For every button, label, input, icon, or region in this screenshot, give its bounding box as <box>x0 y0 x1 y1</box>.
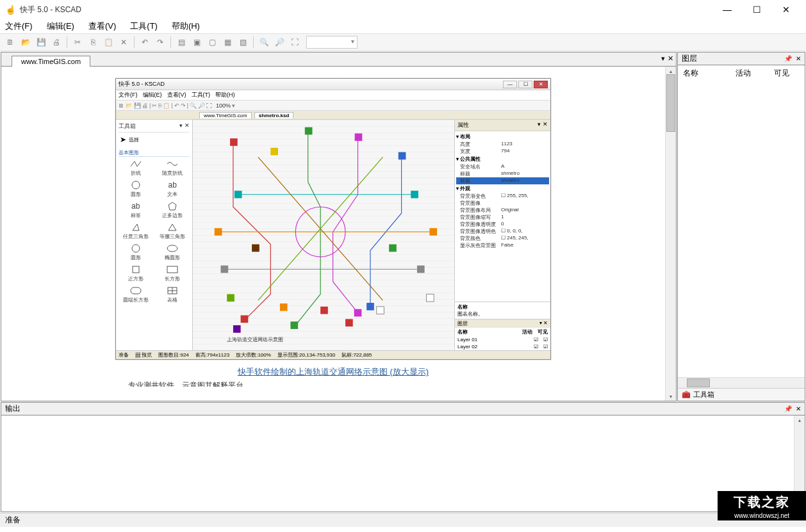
open-icon[interactable]: 📂 <box>19 36 32 49</box>
caption-link[interactable]: 快手软件绘制的上海轨道交通网络示意图 (放大显示) <box>115 360 551 380</box>
inner-zoom: 100% <box>216 102 231 109</box>
tab-dropdown-icon[interactable]: ▾ <box>661 54 665 63</box>
svg-rect-35 <box>377 307 384 314</box>
output-close-icon[interactable]: ✕ <box>796 405 801 412</box>
svg-rect-23 <box>241 316 249 323</box>
col-visible: 可见 <box>774 68 800 79</box>
zoom-fit-icon[interactable]: ⛶ <box>288 36 301 49</box>
document-tab[interactable]: www.TimeGIS.com <box>12 56 90 67</box>
separator <box>134 36 135 48</box>
svg-marker-1 <box>169 202 176 210</box>
layers-columns: 名称 活动 可见 <box>678 65 805 81</box>
window-buttons: — ☐ ✕ <box>712 0 801 19</box>
new-icon[interactable]: 🗎 <box>4 36 17 49</box>
app-hand-icon: ☝ <box>5 4 16 15</box>
tab-close-icon[interactable]: ✕ <box>668 54 673 63</box>
svg-rect-22 <box>411 191 418 198</box>
front-icon[interactable]: ▦ <box>221 36 234 49</box>
svg-rect-33 <box>320 307 328 314</box>
svg-rect-31 <box>227 294 234 302</box>
output-content: ▴ ▾ <box>1 415 805 512</box>
maximize-button[interactable]: ☐ <box>742 0 771 19</box>
undo-icon[interactable]: ↶ <box>138 36 151 49</box>
menu-tool[interactable]: 工具(T) <box>127 19 160 33</box>
svg-point-5 <box>167 245 177 252</box>
cut-icon[interactable]: ✂ <box>71 36 84 49</box>
svg-rect-18 <box>429 228 437 236</box>
separator <box>170 36 171 48</box>
svg-point-12 <box>295 207 345 257</box>
svg-point-4 <box>132 245 140 252</box>
document-content: 快手 5.0 - KSCAD —☐✕ 文件(F) 编辑(E) 查看(V) 工具(… <box>1 67 676 401</box>
status-text: 准备 <box>5 515 21 526</box>
toolbar: 🗎 📂 💾 🖨 ✂ ⎘ 📋 ✕ ↶ ↷ ▤ ▣ ▢ ▦ ▧ 🔍 🔎 ⛶ <box>0 33 806 51</box>
menu-file[interactable]: 文件(F) <box>3 19 35 33</box>
watermark: 下载之家 www.windowszj.net <box>718 491 806 520</box>
separator <box>67 36 67 48</box>
inner-min-icon: — <box>503 81 517 88</box>
print-icon[interactable]: 🖨 <box>50 36 63 49</box>
delete-icon[interactable]: ✕ <box>117 36 130 49</box>
minimize-button[interactable]: — <box>712 0 742 19</box>
ungroup-icon[interactable]: ▢ <box>206 36 218 49</box>
group-icon[interactable]: ▣ <box>190 36 203 49</box>
inner-max-icon: ☐ <box>518 81 532 88</box>
menu-help[interactable]: 帮助(H) <box>169 19 202 33</box>
panel-close-icon[interactable]: ✕ <box>796 55 801 62</box>
output-title: 输出 <box>5 403 21 414</box>
inner-close-icon: ✕ <box>534 81 548 88</box>
paste-icon[interactable]: 📋 <box>102 36 115 49</box>
svg-point-0 <box>132 181 140 189</box>
svg-rect-19 <box>220 266 228 273</box>
inner-properties: 属性▾ ✕ ▾ 布局 高度1123 宽度794 ▾ 公共属性 安全域名A 标题s… <box>454 120 550 350</box>
save-icon[interactable]: 💾 <box>35 36 47 49</box>
menu-edit[interactable]: 编辑(E) <box>44 19 77 33</box>
vertical-scrollbar[interactable]: ▴ ▾ <box>665 67 676 401</box>
svg-rect-16 <box>399 152 406 160</box>
document-tabs: www.TimeGIS.com ▾ ✕ <box>1 52 676 67</box>
output-pin-icon[interactable]: 📌 <box>784 405 792 412</box>
svg-rect-21 <box>234 191 242 198</box>
inner-menu-tool: 工具(T) <box>192 91 211 99</box>
inner-title: 快手 5.0 - KSCAD <box>119 80 165 88</box>
redo-icon[interactable]: ↷ <box>154 36 167 49</box>
col-name: 名称 <box>683 68 736 79</box>
zoom-out-icon[interactable]: 🔎 <box>273 36 286 49</box>
toolbox-tab[interactable]: 工具箱 <box>693 390 714 399</box>
app-title: 快手 5.0 - KSCAD <box>20 4 712 15</box>
svg-rect-27 <box>270 148 278 156</box>
layers-hscrollbar[interactable] <box>678 377 805 388</box>
zoom-in-icon[interactable]: 🔍 <box>258 36 270 49</box>
svg-rect-32 <box>233 325 241 333</box>
svg-rect-14 <box>305 127 313 135</box>
inner-menu-view: 查看(V) <box>167 91 186 99</box>
svg-rect-28 <box>389 245 397 252</box>
svg-rect-13 <box>230 138 238 146</box>
statusbar: 准备 <box>0 513 806 527</box>
svg-marker-2 <box>133 224 139 230</box>
right-panel-footer: 🧰 工具箱 <box>678 388 805 401</box>
svg-rect-17 <box>215 228 222 236</box>
align-icon[interactable]: ▤ <box>175 36 188 49</box>
back-icon[interactable]: ▧ <box>236 36 249 49</box>
svg-rect-20 <box>417 266 425 273</box>
pin-icon[interactable]: 📌 <box>784 55 792 62</box>
embedded-screenshot: 快手 5.0 - KSCAD —☐✕ 文件(F) 编辑(E) 查看(V) 工具(… <box>115 78 551 360</box>
svg-marker-3 <box>169 224 176 230</box>
toolbox-icon[interactable]: 🧰 <box>682 391 691 399</box>
svg-rect-8 <box>131 287 141 294</box>
svg-rect-29 <box>252 245 259 252</box>
menu-view[interactable]: 查看(V) <box>86 19 119 33</box>
close-button[interactable]: ✕ <box>771 0 801 19</box>
svg-rect-34 <box>345 319 353 326</box>
inner-menu-help: 帮助(H) <box>215 91 235 99</box>
document-area: www.TimeGIS.com ▾ ✕ 快手 5.0 - KSCAD —☐✕ 文… <box>1 52 677 401</box>
svg-rect-9 <box>168 287 177 294</box>
svg-rect-24 <box>290 321 298 329</box>
copy-icon[interactable]: ⎘ <box>86 36 99 49</box>
svg-rect-30 <box>427 294 434 302</box>
inner-canvas: 上海轨道交通网络示意图 <box>193 120 454 350</box>
inner-tab-1: www.TimeGIS.com <box>199 112 252 118</box>
zoom-combo[interactable] <box>306 36 358 49</box>
layers-list <box>678 81 805 377</box>
